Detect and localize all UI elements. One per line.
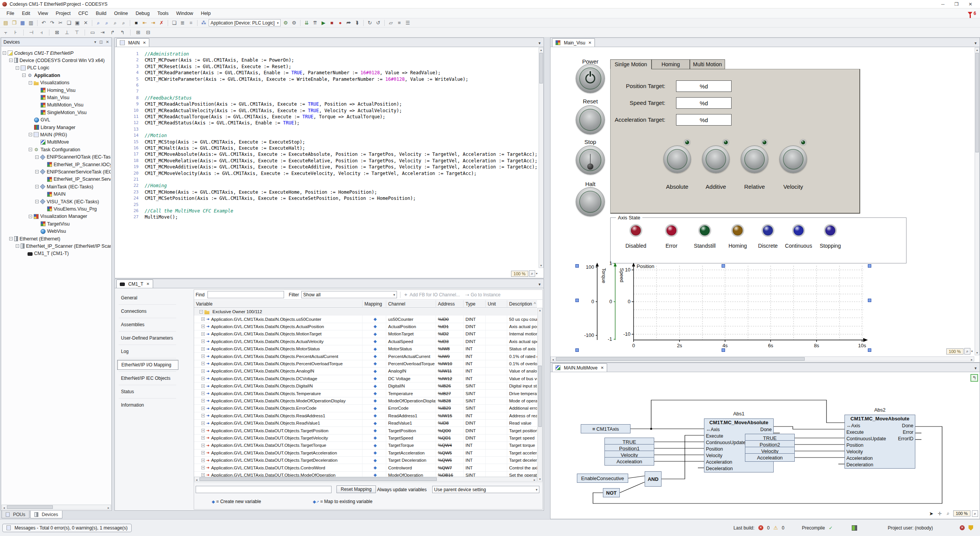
pin-abs2-axis[interactable]: ↔Axis bbox=[846, 423, 860, 428]
field-input-position-target-[interactable]: %d bbox=[676, 80, 732, 92]
sidebar-tab-ethernet-ip-i-o-mapping[interactable]: EtherNet/IP I/O Mapping bbox=[117, 360, 178, 370]
code-area[interactable]: 1//Administration2CM1T_MCPower(Axis := G… bbox=[115, 47, 538, 278]
tab-main[interactable]: MAIN ✕ bbox=[116, 38, 149, 47]
delete-icon[interactable]: ✕ bbox=[82, 20, 89, 26]
tree-item-singlemotion-visu[interactable]: SingleMotion_Visu bbox=[1, 109, 111, 116]
messages-status[interactable]: Messages - Total 0 error(s), 0 warning(s… bbox=[2, 524, 132, 532]
pin-abs2-deceleration[interactable]: Deceleration bbox=[846, 462, 873, 467]
pin-abs2-position[interactable]: Position bbox=[846, 443, 863, 448]
menu-view[interactable]: View bbox=[34, 9, 52, 18]
menu-debug[interactable]: Debug bbox=[132, 9, 153, 18]
mapping-row-dc-voltage[interactable]: +➔Application.GVL.CM1TAxis.DataIN.Object… bbox=[194, 375, 537, 382]
tree-item-task-configuration[interactable]: −⚙Task Configuration bbox=[1, 146, 111, 153]
single-cycle-icon[interactable]: ↻ bbox=[366, 20, 373, 26]
relative-move-button[interactable] bbox=[741, 145, 768, 173]
tree-item-ethernet-ip-scanner-servicecycle[interactable]: EtherNet_IP_Scanner.ServiceCycle bbox=[1, 176, 111, 183]
application-combo[interactable]: Application [Device: PLC Logic]▾ bbox=[209, 19, 281, 26]
field-input-acceleration-target-[interactable]: %d bbox=[676, 114, 732, 126]
tab-main-multimove[interactable]: MAIN.MultiMove ✕ bbox=[552, 363, 607, 372]
cross-ref-icon[interactable]: ⌗ bbox=[188, 20, 194, 26]
mapping-h-scrollbar[interactable]: ◄ ► bbox=[194, 477, 537, 482]
pin-abs1-execute[interactable]: Execute bbox=[706, 433, 723, 439]
mapping-row-target-deceleration[interactable]: +➔Application.GVL.CM1TAxis.DataOUT.Objec… bbox=[194, 457, 537, 464]
tree-item-ethernet-ip-scanner-iocycle[interactable]: EtherNet_IP_Scanner.IOCycle bbox=[1, 161, 111, 168]
copy-icon[interactable]: ❏ bbox=[65, 20, 72, 26]
dock-tab-pous[interactable]: POUs bbox=[2, 511, 29, 518]
add-fb-button[interactable]: ＋Add FB for IO Channel... bbox=[403, 291, 460, 298]
mapping-row-readaddress1[interactable]: +➔Application.GVL.CM1TAxis.DataIN.Object… bbox=[194, 412, 537, 420]
tree-item-codesys-cm1-t-ethernetip[interactable]: −Codesys CM1-T EtherNetIP bbox=[1, 49, 111, 57]
mapping-row-readvalue1[interactable]: +➔Application.GVL.CM1TAxis.DataIN.Object… bbox=[194, 420, 537, 427]
cfc-not-block[interactable]: NOT bbox=[603, 488, 620, 497]
tree-item-visu-task-iec-tasks[interactable]: −VISU_TASK (IEC-Tasks) bbox=[1, 198, 111, 205]
tab-list-dropdown-icon[interactable]: ▼ bbox=[538, 283, 544, 288]
negate-icon[interactable]: ⊠ bbox=[54, 29, 60, 35]
io-mapping-table[interactable]: VariableMappingChannelAddressTypeUnitDes… bbox=[194, 300, 537, 482]
magnifier-icon[interactable]: ⌕ bbox=[945, 510, 952, 516]
cfc-instance-name-abs2[interactable]: Abs2 bbox=[844, 407, 915, 413]
close-button[interactable]: ✕ bbox=[969, 2, 972, 7]
build-icon[interactable]: ⚙ bbox=[282, 20, 289, 26]
step-over-icon[interactable]: ⮫ bbox=[345, 20, 352, 26]
group-row-exclusive-owner[interactable]: −Exclusive Owner 100/112 bbox=[194, 308, 537, 315]
pin-abs2-velocity[interactable]: Velocity bbox=[846, 449, 863, 454]
stop-run-icon[interactable]: ■ bbox=[328, 20, 335, 26]
tree-item-maintask-iec-tasks[interactable]: −MainTask (IEC-Tasks) bbox=[1, 183, 111, 190]
mapping-row-targetposition[interactable]: +➔Application.GVL.CM1TAxis.DataOUT.Objec… bbox=[194, 427, 537, 434]
sidebar-tab-status[interactable]: Status bbox=[117, 387, 178, 397]
filter-notification-icon[interactable] bbox=[968, 12, 972, 15]
logout-icon[interactable]: ⇈ bbox=[312, 20, 318, 26]
filter-dropdown[interactable]: Show all▾ bbox=[301, 291, 397, 298]
absolute-move-button[interactable] bbox=[663, 145, 691, 173]
dock-icon[interactable]: ◫ bbox=[99, 40, 103, 44]
mapping-row-targetspeed[interactable]: +➔Application.GVL.CM1TAxis.DataOUT.Objec… bbox=[194, 435, 537, 442]
maximize-button[interactable]: ❐ bbox=[954, 2, 959, 7]
return-icon[interactable]: ↰ bbox=[119, 29, 126, 35]
find-icon[interactable]: ⌕ bbox=[95, 20, 102, 26]
tree-item-webvisu[interactable]: WebVisu bbox=[1, 228, 111, 235]
editor-v-scrollbar[interactable]: ▲ ▼ bbox=[539, 47, 544, 268]
menu-online[interactable]: Online bbox=[111, 9, 131, 18]
mapping-row-us50counter[interactable]: +➔Application.GVL.CM1TAxis.DataIN.Object… bbox=[194, 315, 537, 323]
sidebar-tab-connections[interactable]: Connections bbox=[117, 306, 178, 316]
print-icon[interactable]: ▥ bbox=[28, 20, 34, 26]
pin-abs2-errorid[interactable]: ErrorID bbox=[898, 436, 913, 441]
clear-bookmarks-icon[interactable]: ✗ bbox=[158, 20, 165, 26]
always-update-dropdown[interactable]: Use parent device setting▾ bbox=[432, 486, 539, 493]
en-eno-icon[interactable]: ⊞ bbox=[135, 29, 142, 35]
contact-icon[interactable]: ⫞ bbox=[38, 29, 45, 36]
tree-item-targetvisu[interactable]: TargetVisu bbox=[1, 220, 111, 227]
cfc-and-block[interactable]: AND bbox=[645, 471, 662, 487]
halt-button[interactable] bbox=[576, 187, 605, 216]
visu-v-scrollbar[interactable]: ▲ ▼ bbox=[975, 47, 980, 355]
tree-item-device-codesys-control-win-v3-x64[interactable]: −Device (CODESYS Control Win V3 x64) bbox=[1, 57, 111, 64]
pin-abs1-axis[interactable]: ↔Axis bbox=[706, 427, 720, 432]
column-header-description[interactable]: Description ^ bbox=[507, 300, 537, 308]
cfc-input-cm1taxis[interactable]: ≡CM1TAxis bbox=[581, 424, 630, 433]
stop-icon[interactable]: ■ bbox=[133, 20, 140, 26]
menu-cfc[interactable]: CFC bbox=[75, 9, 91, 18]
jump-icon[interactable]: ↱ bbox=[109, 29, 116, 35]
sidebar-tab-log[interactable]: Log bbox=[117, 346, 178, 356]
mapping-v-scrollbar[interactable]: ▲ ▼ bbox=[537, 308, 542, 482]
minimize-button[interactable]: ─ bbox=[941, 2, 945, 7]
go-to-instance-button[interactable]: ⇢Go to Instance bbox=[465, 292, 500, 297]
dock-tab-devices[interactable]: Devices bbox=[30, 511, 62, 518]
mapping-row-targettorque[interactable]: +➔Application.GVL.CM1TAxis.DataOUT.Objec… bbox=[194, 442, 537, 449]
tree-item-gvl[interactable]: GVL bbox=[1, 116, 111, 124]
mapping-row-analogin[interactable]: +➔Application.GVL.CM1TAxis.DataIN.Object… bbox=[194, 368, 537, 375]
pin-abs1-acceleration[interactable]: Acceleration bbox=[706, 459, 732, 465]
save-icon[interactable]: ▦ bbox=[19, 20, 26, 26]
sidebar-tab-general[interactable]: General bbox=[117, 293, 178, 303]
cfc-input-enableconsecutive[interactable]: EnableConsecutive bbox=[577, 474, 628, 483]
start-icon[interactable]: ▶ bbox=[320, 20, 327, 26]
visu-zoom-control[interactable]: 100 %⌕▾ bbox=[946, 348, 973, 355]
column-header-type[interactable]: Type bbox=[464, 300, 486, 308]
cfc-input-abs1-acceleation[interactable]: Acceleation bbox=[604, 457, 654, 466]
coil-icon[interactable]: ⊣ bbox=[28, 29, 35, 35]
stop-button[interactable] bbox=[576, 145, 605, 175]
pin-abs1-deceleration[interactable]: Deceleration bbox=[706, 466, 733, 471]
tree-item-cm1-t-cm1-t[interactable]: CM1_T (CM1-T) bbox=[1, 250, 111, 257]
mapping-row-motorstatus[interactable]: +➔Application.GVL.CM1TAxis.DataIN.Object… bbox=[194, 345, 537, 353]
tab-close-icon[interactable]: ✕ bbox=[143, 41, 146, 45]
